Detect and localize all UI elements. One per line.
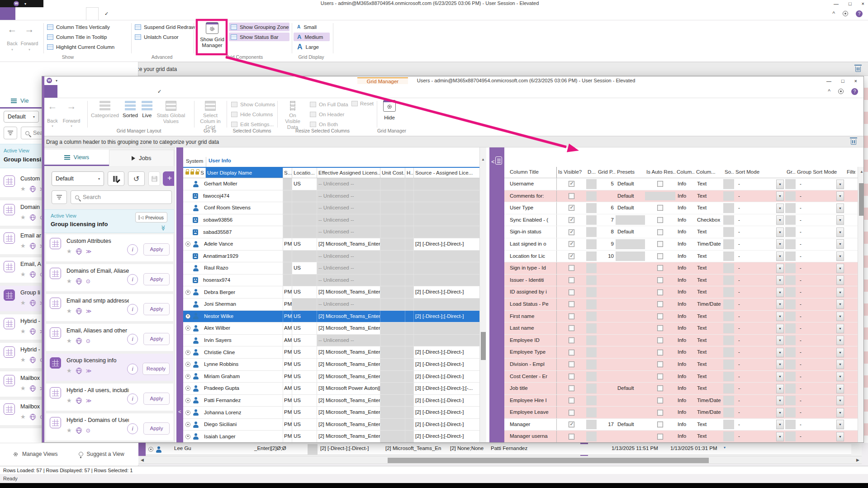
group-sort-mode-dropdown[interactable]: ▼ bbox=[836, 299, 844, 309]
ribbon-tab[interactable] bbox=[62, 7, 74, 20]
view-card[interactable]: Email, Aliases and other Mails in o...★⊙… bbox=[46, 324, 173, 354]
sort-mode-dropdown[interactable]: ▼ bbox=[776, 432, 784, 441]
ribbon-button[interactable]: Edit Settings... bbox=[229, 120, 277, 128]
forward-caret-icon[interactable]: ▾ bbox=[28, 48, 30, 52]
view-card[interactable]: Hybrid - All users, including on-pr...★≫… bbox=[46, 384, 173, 413]
column-header[interactable]: Filte bbox=[845, 167, 855, 178]
column-header[interactable]: Effective Assigned Licens... bbox=[317, 168, 380, 178]
column-header[interactable]: So... bbox=[723, 167, 734, 178]
ribbon-tab[interactable] bbox=[51, 7, 62, 20]
table-row[interactable]: Diego SicilianiPMUS[2] Microsoft_Teams_E… bbox=[183, 419, 479, 431]
auto-resize-checkbox[interactable] bbox=[657, 289, 663, 295]
table-row[interactable]: Irvin SayersAMUS-- Unlicensed -- bbox=[183, 335, 479, 347]
back-button[interactable]: ← bbox=[6, 24, 18, 35]
info-button[interactable]: i bbox=[127, 393, 138, 404]
sort-mode-dropdown[interactable]: ▼ bbox=[776, 275, 784, 285]
column-config-row[interactable]: Manager usernaInfoText-▼-▼ bbox=[504, 431, 858, 443]
auto-resize-checkbox[interactable] bbox=[657, 374, 663, 379]
info-button[interactable]: i bbox=[127, 334, 138, 345]
suggest-view-button[interactable]: Suggest a View bbox=[79, 451, 124, 457]
column-header[interactable]: Locatio... bbox=[292, 168, 317, 178]
filter-views-button[interactable] bbox=[52, 190, 67, 204]
auto-resize-checkbox[interactable] bbox=[657, 398, 663, 403]
table-row[interactable]: Joni ShermanPM-- Unlicensed -- bbox=[183, 298, 479, 311]
is-visible-checkbox[interactable] bbox=[569, 385, 574, 391]
view-preset-select[interactable]: Default▾ bbox=[52, 171, 104, 186]
group-sort-mode-dropdown[interactable]: ▼ bbox=[836, 432, 844, 441]
table-row[interactable]: Gerhart MollerUS-- Unlicensed -- bbox=[183, 178, 479, 190]
view-card[interactable]: Group licensing info★≫iReapply bbox=[46, 354, 173, 384]
ribbon-tab[interactable] bbox=[42, 85, 57, 98]
close-button[interactable]: × bbox=[862, 1, 864, 6]
is-visible-checkbox[interactable] bbox=[569, 205, 574, 211]
previous-view-button[interactable]: ◁Previous bbox=[135, 212, 167, 223]
table-row[interactable]: Lee Gu _Enter|[2]Ø;Ø [2] [-Direct-];[-Di… bbox=[146, 444, 851, 455]
column-config-row[interactable]: ID assigned by iInfoText-▼-▼ bbox=[504, 286, 858, 298]
column-header[interactable]: Sort Mode bbox=[734, 167, 785, 178]
column-config-row[interactable]: User Type6DefaultInfoText-▼-▼ bbox=[504, 202, 858, 214]
auto-resize-checkbox[interactable] bbox=[657, 229, 663, 235]
ribbon-big-button[interactable]: Categorized bbox=[89, 100, 121, 125]
is-visible-checkbox[interactable] bbox=[569, 289, 574, 295]
ribbon-tab[interactable] bbox=[15, 7, 27, 20]
sort-mode-dropdown[interactable]: ▼ bbox=[776, 312, 784, 321]
reset-button[interactable]: Reset bbox=[351, 101, 374, 106]
column-config-row[interactable]: First nameInfoText-▼-▼ bbox=[504, 311, 858, 323]
vertical-scrollbar[interactable]: ▲ bbox=[479, 147, 486, 443]
sort-mode-dropdown[interactable]: ▼ bbox=[776, 204, 784, 213]
is-visible-checkbox[interactable] bbox=[569, 193, 574, 199]
inner-grouping-zone[interactable]: Drag a column header to this grouping zo… bbox=[42, 136, 863, 147]
add-view-button[interactable]: + bbox=[163, 171, 175, 186]
outer-views-tab[interactable]: Vie bbox=[11, 97, 29, 104]
star-icon[interactable]: ★ bbox=[66, 368, 72, 374]
tab-jobs[interactable]: Jobs bbox=[109, 150, 175, 166]
group-sort-mode-dropdown[interactable]: ▼ bbox=[836, 204, 844, 213]
outer-view-preset-select[interactable]: Default▾ bbox=[4, 111, 39, 123]
ribbon-button[interactable]: Highlight Current Column bbox=[45, 43, 116, 51]
column-header-user-display-name[interactable]: User Display Name bbox=[206, 168, 283, 178]
table-row[interactable]: Annatimar1929-- Unlicensed -- bbox=[183, 251, 479, 263]
is-visible-checkbox[interactable] bbox=[569, 301, 574, 307]
group-sort-mode-dropdown[interactable]: ▼ bbox=[836, 275, 844, 285]
quick-access-caret-icon[interactable]: ▾ bbox=[24, 2, 26, 6]
sort-mode-dropdown[interactable]: ▼ bbox=[776, 408, 784, 417]
view-card[interactable]: Hybrid - Domains of Username an...★⊙iApp… bbox=[46, 413, 173, 443]
sort-mode-dropdown[interactable]: ▼ bbox=[776, 251, 784, 261]
column-header[interactable]: Colum... bbox=[695, 167, 723, 178]
is-visible-checkbox[interactable] bbox=[569, 325, 574, 331]
outer-collapse-bar[interactable] bbox=[138, 443, 146, 456]
undo-button[interactable]: ↺ bbox=[128, 171, 145, 186]
help-icon[interactable]: ? bbox=[856, 10, 863, 17]
ribbon-tab[interactable] bbox=[128, 85, 140, 98]
auto-resize-checkbox[interactable] bbox=[657, 205, 663, 211]
ribbon-button[interactable]: Column Titles Vertically bbox=[45, 23, 116, 31]
column-config-row[interactable]: Employee IDInfoText-▼-▼ bbox=[504, 335, 858, 347]
group-sort-mode-dropdown[interactable]: ▼ bbox=[836, 239, 844, 249]
forward-button[interactable]: → bbox=[66, 101, 77, 112]
is-visible-checkbox[interactable] bbox=[569, 217, 574, 223]
hide-grid-manager-button[interactable]: Hide bbox=[379, 100, 399, 121]
is-visible-checkbox[interactable] bbox=[569, 361, 574, 367]
star-icon[interactable]: ★ bbox=[66, 308, 72, 314]
column-config-row[interactable]: Cost Center - ErInfoText-▼-▼ bbox=[504, 371, 858, 383]
info-button[interactable]: i bbox=[127, 274, 138, 285]
auto-resize-checkbox[interactable] bbox=[657, 410, 663, 416]
view-options-icon[interactable] bbox=[843, 11, 848, 16]
group-sort-mode-dropdown[interactable]: ▼ bbox=[836, 324, 844, 333]
auto-resize-checkbox[interactable] bbox=[657, 350, 663, 355]
auto-resize-checkbox[interactable] bbox=[657, 217, 663, 223]
table-row[interactable]: hoserax974-- Unlicensed -- bbox=[183, 275, 479, 287]
column-header[interactable]: H... bbox=[405, 168, 414, 178]
back-caret-icon[interactable]: ▾ bbox=[52, 124, 53, 128]
group-sort-mode-dropdown[interactable]: ▼ bbox=[836, 384, 844, 393]
ribbon-tab[interactable] bbox=[104, 85, 116, 98]
ribbon-button[interactable]: Column Title in Tooltip bbox=[45, 33, 116, 41]
apply-button[interactable]: Apply bbox=[143, 303, 170, 315]
view-options-icon[interactable] bbox=[838, 89, 844, 94]
column-header[interactable]: Colum... bbox=[675, 167, 695, 178]
ribbon-button[interactable]: On Header bbox=[308, 110, 350, 118]
star-icon[interactable]: ★ bbox=[20, 414, 26, 420]
ribbon-tab[interactable] bbox=[74, 7, 86, 20]
minimize-button[interactable]: — bbox=[834, 1, 839, 6]
is-visible-checkbox[interactable] bbox=[569, 181, 574, 187]
